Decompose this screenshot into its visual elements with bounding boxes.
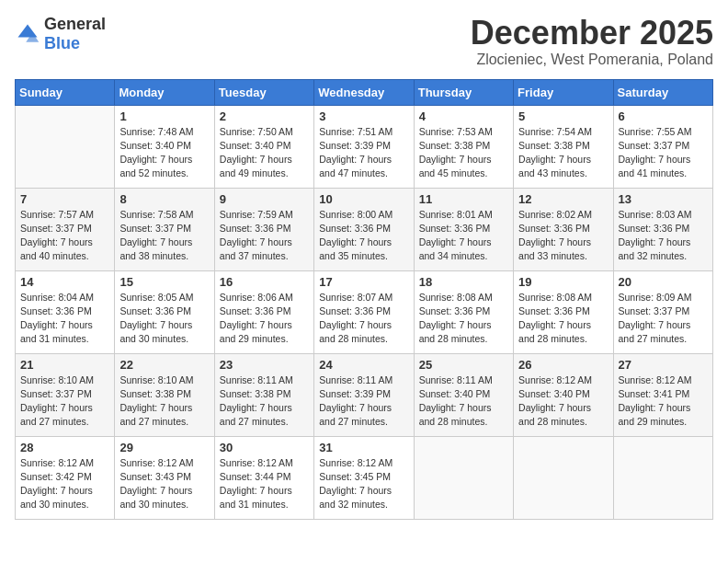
calendar-cell: 28Sunrise: 8:12 AMSunset: 3:42 PMDayligh… (16, 436, 115, 519)
cell-content: Sunrise: 7:55 AMSunset: 3:37 PMDaylight:… (619, 125, 708, 181)
cell-content: Sunrise: 8:00 AMSunset: 3:36 PMDaylight:… (319, 208, 408, 264)
calendar-cell (613, 436, 712, 519)
day-number: 20 (619, 275, 708, 289)
cell-content: Sunrise: 8:02 AMSunset: 3:36 PMDaylight:… (518, 208, 608, 264)
cell-content: Sunrise: 8:12 AMSunset: 3:40 PMDaylight:… (518, 373, 608, 430)
day-number: 24 (319, 358, 408, 372)
cell-content: Sunrise: 8:03 AMSunset: 3:36 PMDaylight:… (619, 208, 708, 264)
calendar-cell: 26Sunrise: 8:12 AMSunset: 3:40 PMDayligh… (514, 353, 613, 436)
cell-content: Sunrise: 8:11 AMSunset: 3:38 PMDaylight:… (220, 373, 309, 430)
day-number: 26 (518, 358, 608, 372)
calendar-cell (414, 436, 513, 519)
cell-content: Sunrise: 8:10 AMSunset: 3:37 PMDaylight:… (20, 373, 109, 430)
logo-text-general: General (44, 15, 106, 33)
calendar-cell: 6Sunrise: 7:55 AMSunset: 3:37 PMDaylight… (613, 105, 712, 188)
day-number: 1 (119, 109, 209, 123)
calendar-cell: 30Sunrise: 8:12 AMSunset: 3:44 PMDayligh… (214, 436, 313, 519)
calendar-cell: 15Sunrise: 8:05 AMSunset: 3:36 PMDayligh… (115, 270, 214, 353)
day-number: 11 (419, 192, 508, 206)
cell-content: Sunrise: 7:58 AMSunset: 3:37 PMDaylight:… (119, 208, 209, 264)
day-number: 19 (518, 275, 608, 289)
calendar-cell: 24Sunrise: 8:11 AMSunset: 3:39 PMDayligh… (314, 353, 414, 436)
day-number: 31 (319, 441, 408, 454)
cell-content: Sunrise: 8:12 AMSunset: 3:43 PMDaylight:… (119, 456, 209, 512)
day-number: 9 (220, 192, 309, 206)
calendar-cell: 12Sunrise: 8:02 AMSunset: 3:36 PMDayligh… (514, 188, 613, 270)
cell-content: Sunrise: 8:04 AMSunset: 3:36 PMDaylight:… (20, 291, 109, 347)
calendar-cell: 11Sunrise: 8:01 AMSunset: 3:36 PMDayligh… (414, 188, 513, 270)
day-number: 17 (319, 275, 408, 289)
cell-content: Sunrise: 7:51 AMSunset: 3:39 PMDaylight:… (319, 125, 408, 181)
calendar-cell: 31Sunrise: 8:12 AMSunset: 3:45 PMDayligh… (314, 436, 414, 519)
day-number: 3 (319, 109, 408, 123)
cell-content: Sunrise: 8:11 AMSunset: 3:40 PMDaylight:… (419, 373, 508, 430)
cell-content: Sunrise: 8:08 AMSunset: 3:36 PMDaylight:… (518, 291, 608, 347)
cell-content: Sunrise: 7:54 AMSunset: 3:38 PMDaylight:… (518, 125, 608, 181)
day-number: 14 (20, 275, 109, 289)
calendar-cell: 21Sunrise: 8:10 AMSunset: 3:37 PMDayligh… (16, 353, 115, 436)
calendar-cell: 3Sunrise: 7:51 AMSunset: 3:39 PMDaylight… (314, 105, 414, 188)
cell-content: Sunrise: 8:12 AMSunset: 3:44 PMDaylight:… (220, 456, 309, 512)
cell-content: Sunrise: 8:05 AMSunset: 3:36 PMDaylight:… (119, 291, 209, 347)
calendar-cell: 7Sunrise: 7:57 AMSunset: 3:37 PMDaylight… (16, 188, 115, 270)
cell-content: Sunrise: 7:59 AMSunset: 3:36 PMDaylight:… (220, 208, 309, 264)
calendar-cell: 16Sunrise: 8:06 AMSunset: 3:36 PMDayligh… (214, 270, 313, 353)
header-thursday: Thursday (414, 79, 513, 105)
cell-content: Sunrise: 8:09 AMSunset: 3:37 PMDaylight:… (619, 291, 708, 347)
cell-content: Sunrise: 8:01 AMSunset: 3:36 PMDaylight:… (419, 208, 508, 264)
cell-content: Sunrise: 8:12 AMSunset: 3:41 PMDaylight:… (619, 373, 708, 430)
day-number: 25 (419, 358, 508, 372)
page-header: General Blue December 2025 Zlocieniec, W… (15, 15, 713, 68)
cell-content: Sunrise: 8:06 AMSunset: 3:36 PMDaylight:… (220, 291, 309, 347)
calendar-cell: 20Sunrise: 8:09 AMSunset: 3:37 PMDayligh… (613, 270, 712, 353)
calendar-cell: 27Sunrise: 8:12 AMSunset: 3:41 PMDayligh… (613, 353, 712, 436)
header-monday: Monday (115, 79, 214, 105)
day-number: 10 (319, 192, 408, 206)
logo-text-blue: Blue (44, 34, 80, 52)
day-number: 5 (518, 109, 608, 123)
day-number: 22 (119, 358, 209, 372)
week-row-4: 21Sunrise: 8:10 AMSunset: 3:37 PMDayligh… (16, 353, 713, 436)
logo: General Blue (15, 15, 106, 53)
calendar-cell: 4Sunrise: 7:53 AMSunset: 3:38 PMDaylight… (414, 105, 513, 188)
page-title: December 2025 (471, 15, 713, 52)
day-number: 6 (619, 109, 708, 123)
week-row-5: 28Sunrise: 8:12 AMSunset: 3:42 PMDayligh… (16, 436, 713, 519)
cell-content: Sunrise: 8:08 AMSunset: 3:36 PMDaylight:… (419, 291, 508, 347)
logo-icon (15, 21, 40, 47)
week-row-3: 14Sunrise: 8:04 AMSunset: 3:36 PMDayligh… (16, 270, 713, 353)
day-number: 8 (119, 192, 209, 206)
day-number: 16 (220, 275, 309, 289)
header-friday: Friday (514, 79, 613, 105)
cell-content: Sunrise: 8:12 AMSunset: 3:45 PMDaylight:… (319, 456, 408, 512)
cell-content: Sunrise: 7:48 AMSunset: 3:40 PMDaylight:… (119, 125, 209, 181)
cell-content: Sunrise: 8:11 AMSunset: 3:39 PMDaylight:… (319, 373, 408, 430)
cell-content: Sunrise: 8:10 AMSunset: 3:38 PMDaylight:… (119, 373, 209, 430)
calendar-cell: 2Sunrise: 7:50 AMSunset: 3:40 PMDaylight… (214, 105, 313, 188)
day-number: 13 (619, 192, 708, 206)
header-saturday: Saturday (613, 79, 712, 105)
calendar-cell: 25Sunrise: 8:11 AMSunset: 3:40 PMDayligh… (414, 353, 513, 436)
calendar-cell: 23Sunrise: 8:11 AMSunset: 3:38 PMDayligh… (214, 353, 313, 436)
cell-content: Sunrise: 7:53 AMSunset: 3:38 PMDaylight:… (419, 125, 508, 181)
calendar-cell: 10Sunrise: 8:00 AMSunset: 3:36 PMDayligh… (314, 188, 414, 270)
week-row-1: 1Sunrise: 7:48 AMSunset: 3:40 PMDaylight… (16, 105, 713, 188)
calendar-cell (514, 436, 613, 519)
calendar-cell: 29Sunrise: 8:12 AMSunset: 3:43 PMDayligh… (115, 436, 214, 519)
day-number: 23 (220, 358, 309, 372)
day-number: 12 (518, 192, 608, 206)
header-tuesday: Tuesday (214, 79, 313, 105)
cell-content: Sunrise: 8:07 AMSunset: 3:36 PMDaylight:… (319, 291, 408, 347)
calendar-cell: 14Sunrise: 8:04 AMSunset: 3:36 PMDayligh… (16, 270, 115, 353)
calendar-cell: 9Sunrise: 7:59 AMSunset: 3:36 PMDaylight… (214, 188, 313, 270)
calendar-cell: 22Sunrise: 8:10 AMSunset: 3:38 PMDayligh… (115, 353, 214, 436)
calendar-cell (16, 105, 115, 188)
week-row-2: 7Sunrise: 7:57 AMSunset: 3:37 PMDaylight… (16, 188, 713, 270)
calendar-cell: 19Sunrise: 8:08 AMSunset: 3:36 PMDayligh… (514, 270, 613, 353)
day-number: 15 (119, 275, 209, 289)
header-wednesday: Wednesday (314, 79, 414, 105)
day-number: 18 (419, 275, 508, 289)
day-number: 7 (20, 192, 109, 206)
calendar-cell: 8Sunrise: 7:58 AMSunset: 3:37 PMDaylight… (115, 188, 214, 270)
cell-content: Sunrise: 8:12 AMSunset: 3:42 PMDaylight:… (20, 456, 109, 512)
